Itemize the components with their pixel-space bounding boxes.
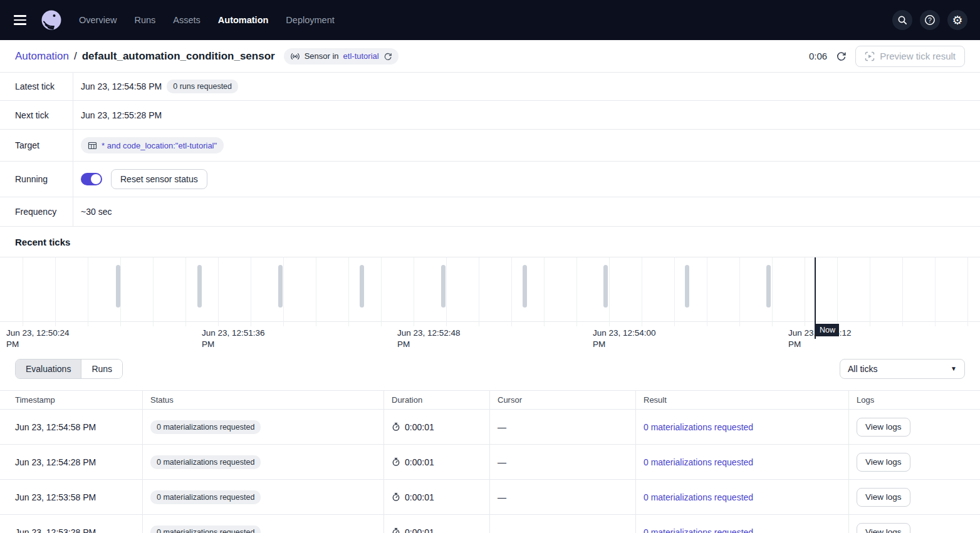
page-header-actions: 0:06 Preview tick result: [809, 46, 965, 67]
now-marker-label: Now: [816, 324, 839, 336]
preview-tick-result-label: Preview tick result: [880, 51, 956, 61]
breadcrumb-automation-link[interactable]: Automation: [15, 50, 69, 63]
help-icon[interactable]: ?: [920, 10, 940, 30]
reset-sensor-status-button[interactable]: Reset sensor status: [111, 169, 207, 189]
col-header-duration: Duration: [384, 391, 490, 409]
recent-ticks-heading: Recent ticks: [0, 227, 980, 257]
col-header-status: Status: [143, 391, 384, 409]
runs-requested-badge: 0 runs requested: [167, 80, 238, 93]
tick-bar[interactable]: [685, 265, 689, 308]
meta-label: Running: [0, 162, 73, 197]
timeline-gridline: [185, 257, 186, 326]
recent-ticks-timeline[interactable]: Jun 23, 12:50:24PMJun 23, 12:51:36PMJun …: [0, 257, 980, 347]
preview-tick-result-button[interactable]: Preview tick result: [855, 46, 965, 67]
timeline-gridline: [153, 257, 154, 326]
tick-countdown: 0:06: [809, 51, 827, 61]
tick-bar[interactable]: [766, 265, 771, 308]
nav-item-runs[interactable]: Runs: [134, 15, 155, 25]
view-logs-button[interactable]: View logs: [857, 488, 910, 507]
refresh-icon[interactable]: [836, 51, 847, 61]
running-toggle[interactable]: [81, 173, 102, 185]
dagster-logo[interactable]: [40, 9, 63, 31]
frequency-value: ~30 sec: [81, 207, 112, 217]
timeline-gridline: [414, 257, 414, 326]
tick-result-link[interactable]: 0 materializations requested: [644, 527, 753, 533]
chevron-down-icon: ▼: [951, 365, 957, 372]
top-nav: Overview Runs Assets Automation Deployme…: [0, 0, 980, 40]
svg-text:?: ?: [928, 16, 932, 24]
timeline-gridline: [23, 257, 23, 326]
nav-item-automation[interactable]: Automation: [218, 15, 269, 25]
code-location-link[interactable]: etl-tutorial: [343, 51, 379, 61]
table-header-row: Timestamp Status Duration Cursor Result …: [0, 391, 980, 410]
axis-label-line2: PM: [593, 339, 656, 347]
meta-row-running: Running Reset sensor status: [0, 162, 980, 197]
axis-label-line2: PM: [397, 339, 461, 347]
timeline-gridline: [772, 257, 773, 326]
menu-bar: [14, 15, 26, 17]
search-icon[interactable]: [892, 10, 912, 30]
preview-icon: [865, 51, 875, 61]
timeline-gridline: [739, 257, 740, 326]
stopwatch-icon: [392, 492, 400, 502]
tick-cursor: —: [498, 422, 506, 432]
timeline-gridline: [479, 257, 479, 326]
tick-bar[interactable]: [603, 265, 608, 308]
timeline-gridline: [870, 257, 870, 326]
view-logs-button[interactable]: View logs: [857, 453, 910, 472]
meta-label: Target: [0, 130, 73, 161]
timeline-gridline: [251, 257, 251, 326]
nav-item-overview[interactable]: Overview: [79, 15, 117, 25]
timeline-gridline: [837, 257, 838, 326]
timeline-axis-label: Jun 23, 12:51:36PM: [202, 328, 265, 347]
meta-label: Next tick: [0, 101, 73, 129]
timeline-gridline: [576, 257, 577, 326]
meta-row-target: Target * and code_location:"etl-tutorial…: [0, 130, 980, 162]
menu-bar: [14, 23, 26, 25]
tab-runs[interactable]: Runs: [81, 360, 122, 378]
tick-timestamp: Jun 23, 12:54:58 PM: [15, 422, 96, 432]
axis-label-line2: PM: [6, 339, 70, 347]
stopwatch-icon: [392, 527, 400, 533]
evaluations-table: Timestamp Status Duration Cursor Result …: [0, 390, 980, 533]
timeline-gridline: [120, 257, 121, 326]
view-logs-button[interactable]: View logs: [857, 418, 910, 437]
tick-bar[interactable]: [360, 265, 364, 308]
tick-bar[interactable]: [197, 265, 202, 308]
col-header-cursor: Cursor: [490, 391, 636, 409]
timeline-gridline: [381, 257, 382, 326]
breadcrumb-separator: /: [74, 50, 77, 63]
tick-bar[interactable]: [116, 265, 120, 308]
col-header-logs: Logs: [849, 391, 980, 409]
gear-icon[interactable]: ⚙: [947, 10, 967, 30]
tick-bar[interactable]: [441, 265, 446, 308]
view-logs-button[interactable]: View logs: [857, 523, 910, 533]
tick-status-badge: 0 materializations requested: [150, 420, 261, 434]
tick-result-link[interactable]: 0 materializations requested: [644, 422, 753, 432]
tick-result-link[interactable]: 0 materializations requested: [644, 492, 753, 502]
timeline-gridline: [88, 257, 88, 326]
timeline-gridline: [446, 257, 447, 326]
tick-cursor: —: [498, 457, 506, 467]
tick-status-filter-select[interactable]: All ticks ▼: [840, 359, 965, 379]
refresh-icon[interactable]: [383, 52, 392, 61]
tick-timestamp: Jun 23, 12:53:58 PM: [15, 492, 96, 502]
target-selection-chip[interactable]: * and code_location:"etl-tutorial": [81, 137, 224, 153]
page-title: default_automation_condition_sensor: [82, 50, 275, 63]
tick-bar[interactable]: [278, 265, 283, 308]
timeline-gridline: [348, 257, 349, 326]
table-row: Jun 23, 12:54:58 PM 0 materializations r…: [0, 410, 980, 445]
tab-evaluations[interactable]: Evaluations: [16, 360, 81, 378]
nav-item-deployment[interactable]: Deployment: [286, 15, 334, 25]
tick-result-link[interactable]: 0 materializations requested: [644, 457, 753, 467]
sensor-location-badge: Sensor in etl-tutorial: [284, 48, 399, 65]
meta-row-next-tick: Next tick Jun 23, 12:55:28 PM: [0, 101, 980, 130]
menu-icon[interactable]: [14, 9, 35, 31]
sensor-badge-text: Sensor in: [305, 51, 339, 61]
stopwatch-icon: [392, 457, 400, 467]
timeline-gridline: [707, 257, 707, 326]
timeline-gridline: [805, 257, 805, 326]
nav-item-assets[interactable]: Assets: [173, 15, 201, 25]
recent-ticks-section: Recent ticks Jun 23, 12:50:24PMJun 23, 1…: [0, 227, 980, 347]
tick-bar[interactable]: [523, 265, 527, 308]
